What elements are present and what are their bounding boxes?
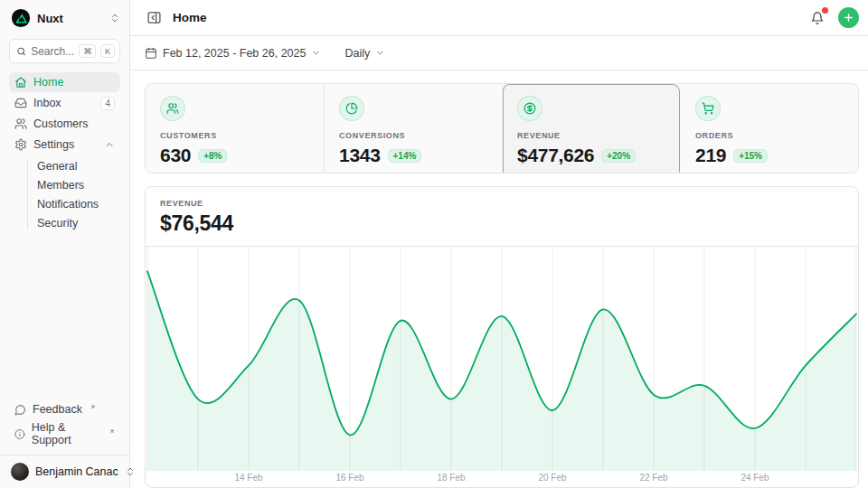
help-support-label: Help & Support [32, 421, 101, 446]
feedback-label: Feedback [33, 403, 82, 416]
sidebar-item-label: Home [33, 76, 115, 89]
message-bubble-icon [14, 404, 26, 416]
notification-dot [822, 7, 828, 14]
x-tick-label: 24 Feb [741, 473, 769, 483]
stat-delta-badge: +15% [733, 149, 768, 163]
users-icon [160, 96, 185, 121]
sidebar-item-settings[interactable]: Settings [9, 135, 120, 155]
app-window: Nuxt Search... ⌘ K Home Inbox 4 Cust [0, 0, 868, 488]
stat-value: $477,626 [517, 145, 594, 166]
stat-label: CUSTOMERS [160, 131, 309, 140]
x-tick-label: 20 Feb [538, 473, 566, 483]
x-tick-label: 16 Feb [335, 473, 363, 483]
stat-label: ORDERS [695, 131, 844, 140]
avatar [11, 463, 29, 481]
sidebar-item-label: Inbox [33, 97, 94, 109]
page-title: Home [173, 11, 207, 24]
sidebar-spacer [0, 232, 129, 400]
date-range-value: Feb 12, 2025 - Feb 26, 2025 [163, 47, 306, 60]
gear-icon [14, 138, 27, 151]
stat-delta-badge: +20% [601, 149, 636, 163]
stat-value: 630 [160, 145, 191, 166]
sidebar-nav: Home Inbox 4 Customers Settings General … [0, 72, 129, 232]
stats-row: CUSTOMERS 630 +8% CONVERSIONS 1343 +14% [145, 83, 859, 174]
revenue-chart-panel: REVENUE $76,544 14 Feb16 Feb18 Feb20 Feb… [145, 186, 859, 488]
chart-canvas [146, 247, 858, 471]
sidebar-footer: Feedback Help & Support [0, 400, 129, 455]
sidebar-item-general[interactable]: General [33, 156, 120, 175]
user-menu[interactable]: Benjamin Canac [0, 455, 129, 488]
chart-header: REVENUE $76,544 [146, 187, 858, 247]
collapse-sidebar-button[interactable] [145, 8, 164, 27]
stat-card-revenue[interactable]: REVENUE $477,626 +20% [502, 84, 680, 174]
sidebar-item-inbox[interactable]: Inbox 4 [9, 93, 120, 113]
home-icon [14, 76, 27, 89]
inbox-icon [14, 97, 27, 109]
revenue-area-chart [146, 247, 858, 471]
main-area: Home Feb 12, 2025 - Feb 26, 2025 Daily [130, 0, 868, 488]
x-tick-label: 18 Feb [437, 473, 465, 483]
external-link-icon [90, 404, 96, 410]
period-select[interactable]: Daily [344, 47, 385, 60]
sidebar-item-notifications[interactable]: Notifications [33, 194, 120, 213]
stat-delta-badge: +8% [198, 149, 227, 163]
search-icon [16, 46, 26, 57]
chevron-up-icon [104, 139, 115, 150]
add-new-button[interactable] [838, 7, 859, 28]
stat-delta-badge: +14% [388, 149, 422, 163]
search-input[interactable]: Search... ⌘ K [9, 39, 120, 63]
sidebar-item-security[interactable]: Security [33, 213, 120, 232]
chevron-down-icon [311, 48, 321, 58]
search-placeholder: Search... [31, 45, 74, 58]
users-icon [14, 117, 27, 130]
pie-chart-icon [339, 96, 364, 121]
stat-value: 1343 [339, 145, 381, 166]
stat-card-customers[interactable]: CUSTOMERS 630 +8% [146, 84, 324, 174]
settings-subnav: General Members Notifications Security [18, 156, 120, 232]
nuxt-logo-icon [11, 8, 31, 28]
topbar-actions [808, 7, 859, 28]
date-range-picker[interactable]: Feb 12, 2025 - Feb 26, 2025 [145, 47, 321, 60]
stat-card-conversions[interactable]: CONVERSIONS 1343 +14% [324, 84, 502, 174]
stat-label: CONVERSIONS [339, 131, 487, 140]
chart-value: $76,544 [160, 211, 844, 236]
plus-icon [843, 12, 854, 23]
notifications-button[interactable] [808, 9, 826, 27]
x-tick-label: 22 Feb [639, 473, 667, 483]
help-support-link[interactable]: Help & Support [9, 418, 120, 449]
x-axis-ticks: 14 Feb16 Feb18 Feb20 Feb22 Feb24 Feb [146, 471, 858, 487]
sidebar: Nuxt Search... ⌘ K Home Inbox 4 Cust [0, 0, 130, 488]
sidebar-item-customers[interactable]: Customers [9, 114, 120, 134]
filters-toolbar: Feb 12, 2025 - Feb 26, 2025 Daily [130, 36, 868, 70]
sidebar-item-members[interactable]: Members [33, 175, 120, 194]
panel-collapse-icon [146, 10, 162, 25]
chart-label: REVENUE [160, 199, 844, 208]
chevron-down-icon [375, 48, 385, 58]
feedback-link[interactable]: Feedback [9, 400, 120, 418]
sidebar-item-label: Settings [33, 138, 98, 151]
stat-label: REVENUE [517, 131, 665, 140]
kbd-meta: ⌘ [79, 44, 96, 58]
dashboard-content: CUSTOMERS 630 +8% CONVERSIONS 1343 +14% [130, 70, 868, 488]
workspace-name: Nuxt [37, 12, 103, 25]
cart-icon [695, 96, 721, 121]
chevrons-up-down-icon [109, 13, 120, 23]
stat-value: 219 [695, 145, 726, 166]
dollar-circle-icon [517, 96, 542, 121]
stat-card-orders[interactable]: ORDERS 219 +15% [680, 84, 858, 174]
info-circle-icon [14, 428, 25, 440]
sidebar-item-label: Customers [33, 117, 115, 130]
x-tick-label: 14 Feb [234, 473, 262, 483]
external-link-icon [108, 428, 115, 435]
kbd-key: K [100, 44, 115, 58]
inbox-count-badge: 4 [100, 97, 115, 110]
sidebar-item-home[interactable]: Home [9, 72, 120, 92]
period-value: Daily [344, 47, 370, 60]
top-header: Home [130, 0, 868, 36]
calendar-icon [145, 47, 157, 60]
user-name: Benjamin Canac [35, 465, 118, 478]
workspace-switcher[interactable]: Nuxt [0, 0, 129, 35]
